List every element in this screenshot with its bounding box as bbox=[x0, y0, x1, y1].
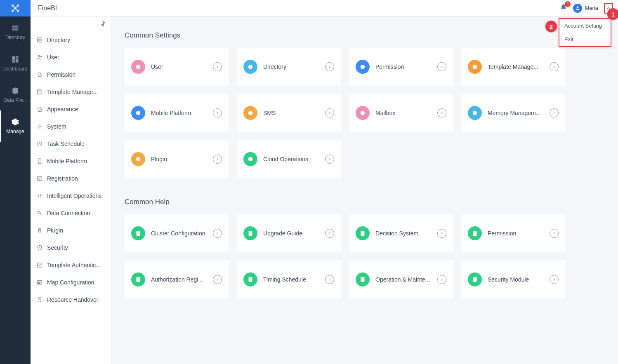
card[interactable]: Permission bbox=[349, 48, 453, 86]
sidebar-item-label: Map Configuration bbox=[47, 279, 94, 286]
arrow-icon bbox=[213, 155, 222, 164]
sidebar-item-label: Intelligent Operations bbox=[47, 193, 101, 199]
card[interactable]: Template Manage... bbox=[461, 48, 565, 86]
sidebar-item[interactable]: Security bbox=[31, 239, 111, 256]
svg-point-46 bbox=[136, 157, 141, 162]
card[interactable]: Memory Managem... bbox=[461, 94, 565, 132]
card[interactable]: Permission bbox=[461, 214, 565, 252]
card[interactable]: Security Module bbox=[461, 261, 565, 298]
svg-rect-7 bbox=[12, 26, 19, 26]
card-label: Upgrade Guide bbox=[263, 230, 325, 237]
sidebar-icon bbox=[36, 71, 43, 78]
card-label: Timing Schedule bbox=[263, 276, 325, 283]
svg-point-33 bbox=[39, 230, 39, 231]
nav-manage[interactable]: Manage bbox=[0, 110, 31, 142]
arrow-icon bbox=[437, 229, 446, 238]
app-title: FineBI bbox=[38, 5, 57, 12]
sidebar-item[interactable]: Appearance bbox=[31, 101, 111, 118]
card-label: Security Module bbox=[488, 276, 550, 283]
arrow-icon bbox=[213, 275, 222, 284]
sidebar-item[interactable]: Template Authentic... bbox=[31, 256, 111, 274]
sidebar-item[interactable]: Intelligent Operations bbox=[31, 187, 111, 204]
sidebar-item-label: Permission bbox=[47, 71, 75, 78]
svg-point-32 bbox=[40, 195, 41, 196]
card[interactable]: Upgrade Guide bbox=[237, 214, 341, 252]
card[interactable]: Operation & Mainte... bbox=[349, 261, 453, 298]
card[interactable]: Mobile Platform bbox=[125, 94, 229, 132]
card[interactable]: User bbox=[125, 48, 229, 86]
sidebar-item[interactable]: Mobile Platform bbox=[31, 153, 111, 170]
card[interactable]: Plugin bbox=[125, 140, 229, 178]
card[interactable]: Authorization Regi... bbox=[125, 261, 229, 298]
sidebar-item-label: Mobile Platform bbox=[47, 158, 87, 164]
dropdown-exit[interactable]: Exit bbox=[559, 33, 611, 46]
arrow-icon bbox=[437, 108, 446, 117]
sidebar-item-label: User bbox=[47, 54, 59, 61]
sidebar-icon bbox=[36, 175, 43, 182]
sidebar-item-label: Directory bbox=[47, 37, 70, 43]
sidebar-item[interactable]: Task Schedule bbox=[31, 135, 111, 153]
card[interactable]: Cluster Configuration bbox=[125, 214, 229, 252]
dropdown-account-setting[interactable]: Account Setting bbox=[559, 19, 611, 33]
arrow-icon bbox=[213, 229, 222, 238]
svg-point-41 bbox=[473, 65, 477, 69]
card-label: Cluster Configuration bbox=[151, 230, 213, 237]
card[interactable]: Mailbox bbox=[349, 94, 453, 132]
arrow-icon bbox=[325, 155, 334, 164]
sidebar: DirectoryUserPermissionTemplate Manage..… bbox=[31, 16, 111, 364]
annotation-2: 2 bbox=[545, 21, 557, 32]
nav-dashboard[interactable]: Dashboard bbox=[0, 48, 31, 79]
sidebar-item-label: Template Authentic... bbox=[47, 262, 101, 268]
sidebar-item-label: Plugin bbox=[47, 227, 63, 234]
card[interactable]: Decision System bbox=[349, 214, 453, 252]
svg-point-31 bbox=[38, 195, 39, 196]
card-label: Permission bbox=[488, 230, 550, 237]
sidebar-item[interactable]: Permission bbox=[31, 66, 111, 83]
sidebar-item-label: Template Manage... bbox=[47, 89, 98, 95]
svg-rect-12 bbox=[12, 61, 15, 63]
card[interactable]: Cloud Operations bbox=[237, 140, 341, 178]
svg-point-34 bbox=[40, 230, 40, 231]
card-label: Mailbox bbox=[375, 110, 437, 116]
arrow-icon bbox=[325, 275, 334, 284]
app-logo[interactable] bbox=[0, 0, 31, 16]
pin-icon[interactable] bbox=[99, 21, 106, 27]
card-icon bbox=[356, 60, 370, 74]
sidebar-item[interactable]: Plugin bbox=[31, 222, 111, 239]
card-label: Decision System bbox=[375, 230, 437, 237]
card[interactable]: Timing Schedule bbox=[237, 261, 341, 298]
sidebar-item[interactable]: Data Connection bbox=[31, 204, 111, 222]
sidebar-item[interactable]: User bbox=[31, 49, 111, 66]
user-chip[interactable]: Maria bbox=[573, 4, 598, 13]
sidebar-item[interactable]: Resource Handover bbox=[31, 291, 111, 308]
svg-point-42 bbox=[136, 111, 141, 115]
card-icon bbox=[243, 152, 257, 166]
nav-data-pre[interactable]: Data Pre... bbox=[0, 79, 31, 110]
sidebar-item[interactable]: Directory bbox=[31, 31, 111, 49]
arrow-icon bbox=[325, 62, 334, 71]
top-header: FineBI 1 Maria bbox=[0, 0, 618, 16]
user-dropdown: Account Setting Exit bbox=[559, 18, 611, 47]
sidebar-icon bbox=[36, 141, 43, 147]
card-label: Plugin bbox=[151, 156, 213, 162]
nav-directory[interactable]: Directory bbox=[0, 16, 31, 48]
svg-point-25 bbox=[39, 109, 40, 110]
card-label: User bbox=[151, 63, 213, 70]
card-label: Template Manage... bbox=[488, 63, 550, 70]
sidebar-item[interactable]: Template Manage... bbox=[31, 83, 111, 101]
card-icon bbox=[356, 106, 370, 120]
notifications-button[interactable]: 1 bbox=[560, 4, 567, 13]
arrow-icon bbox=[437, 62, 446, 71]
card[interactable]: Directory bbox=[237, 48, 341, 86]
sidebar-item[interactable]: Registration bbox=[31, 170, 111, 187]
card-label: Memory Managem... bbox=[488, 110, 550, 116]
arrow-icon bbox=[325, 108, 334, 117]
sidebar-icon bbox=[36, 123, 43, 130]
sidebar-item[interactable]: System bbox=[31, 118, 111, 135]
svg-point-44 bbox=[361, 111, 365, 115]
card-label: Directory bbox=[263, 63, 325, 70]
card[interactable]: SMS bbox=[237, 94, 341, 132]
sidebar-icon bbox=[36, 262, 43, 268]
notification-badge: 1 bbox=[565, 1, 571, 7]
sidebar-item[interactable]: Map Configuration bbox=[31, 274, 111, 291]
